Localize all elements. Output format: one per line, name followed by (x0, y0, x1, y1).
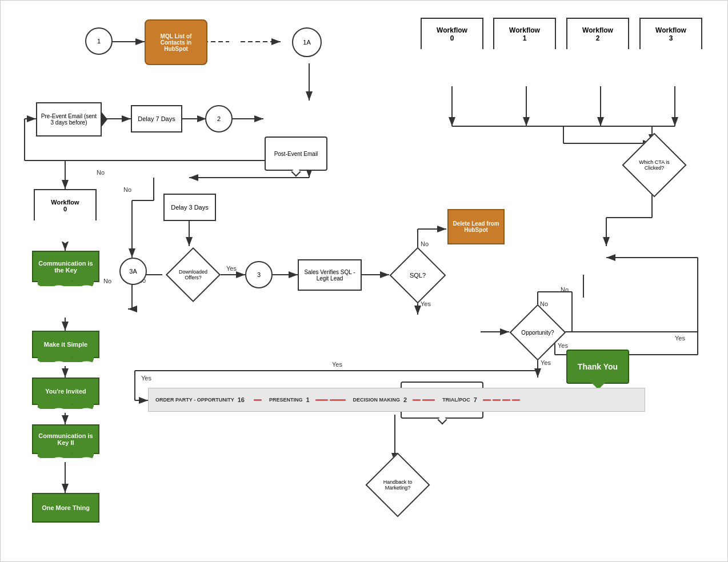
node-3: 3 (245, 261, 273, 288)
delay-3-days: Delay 3 Days (163, 194, 216, 221)
canvas: { "title": "Marketing Workflow Flowchart… (0, 0, 728, 562)
workflow3-top-tri (639, 49, 702, 72)
which-cta-diamond: Which CTA is Clicked? (623, 142, 685, 188)
post-event-email: Post-Event Email (265, 137, 327, 171)
workflow2-top-tri (566, 49, 629, 72)
workflow-0-left: Workflow0 (34, 189, 97, 243)
workflow0-left-tri (34, 220, 97, 243)
pre-event-label: Pre-Event Email (sent 3 days before) (37, 111, 101, 128)
dash1 (254, 399, 262, 401)
workflow1-top-tri (493, 49, 556, 72)
comm-key-banner: Communication is the Key (32, 251, 99, 282)
yes-label-opp: Yes (141, 375, 151, 382)
comm-key2-label: Communication is Key II (33, 432, 98, 446)
pres-count: 1 (306, 396, 309, 403)
delay7-label: Delay 7 Days (138, 115, 175, 122)
delay-7-days: Delay 7 Days (131, 105, 182, 133)
dash4 (413, 399, 421, 401)
workflow-2-top: Workflow2 (566, 18, 629, 72)
workflow3-top-rect: Workflow3 (639, 18, 702, 49)
comm-key-label: Communication is the Key (33, 260, 98, 274)
decision-label: DECISION MAKING (353, 397, 401, 403)
svg-text:Yes: Yes (332, 361, 342, 368)
svg-text:No: No (97, 169, 105, 176)
make-simple-banner: Make it Simple (32, 331, 99, 358)
downloaded-label: Downloaded Offers? (175, 269, 211, 280)
svg-text:No: No (561, 286, 569, 293)
node-2-label: 2 (217, 115, 221, 122)
workflow-3-top: Workflow3 (639, 18, 702, 72)
sql-label: SQL? (410, 272, 426, 279)
dec-count: 2 (403, 396, 407, 403)
thank-you-label: Thank You (578, 362, 618, 371)
dash3 (330, 399, 346, 401)
comm-key2-banner: Communication is Key II (32, 424, 99, 454)
trial-label: TRIAL/POC (442, 397, 470, 403)
svg-text:No: No (103, 278, 111, 284)
sql-diamond: SQL? (389, 255, 446, 295)
post-event-label: Post-Event Email (274, 151, 318, 157)
youre-invited-banner: You're Invited (32, 378, 99, 405)
dash6 (483, 399, 491, 401)
delete-lead-label: Delete Lead from HubSpot (449, 220, 503, 233)
svg-text:No: No (421, 240, 429, 247)
trial-count: 7 (474, 396, 477, 403)
mql-label: MQL List of Contacts in HubSpot (146, 31, 206, 54)
downloaded-offers-diamond: Downloaded Offers? (162, 255, 224, 294)
order-count: 16 (238, 396, 245, 403)
workflow-1-top: Workflow1 (493, 18, 556, 72)
one-more-banner: One More Thing (32, 493, 99, 523)
flow-arrows: No No Yes No Yes No Yes Yes Yes (1, 1, 728, 562)
opportunity-diamond: Opportunity? (509, 312, 566, 352)
handback-label: Handback to Marketing? (376, 479, 419, 491)
node-3a-label: 3A (129, 268, 137, 275)
pre-event-email: Pre-Event Email (sent 3 days before) (36, 102, 102, 137)
workflow1-top-rect: Workflow1 (493, 18, 556, 49)
order-party-label: ORDER PARTY - OPPORTUNITY (155, 397, 234, 403)
make-simple-label: Make it Simple (44, 341, 87, 348)
youre-invited-label: You're Invited (45, 388, 86, 395)
svg-text:Yes: Yes (675, 335, 685, 342)
svg-text:Yes: Yes (541, 359, 551, 366)
workflow2-top-rect: Workflow2 (566, 18, 629, 49)
workflow-0-top: Workflow0 (421, 18, 483, 72)
node-1-label: 1 (97, 38, 101, 45)
svg-text:No: No (123, 186, 131, 193)
sales-verifies-label: Sales Verifies SQL - Legit Lead (299, 269, 361, 282)
node-3a: 3A (119, 258, 147, 285)
dash9 (512, 399, 520, 401)
thank-you-banner: Thank You (566, 350, 629, 384)
handback-diamond: Handback to Marketing? (369, 462, 426, 508)
node-1a: 1A (292, 27, 322, 57)
which-cta-label: Which CTA is Clicked? (633, 159, 676, 171)
presenting-label: PRESENTING (269, 397, 303, 403)
workflow0-top-rect: Workflow0 (421, 18, 483, 49)
svg-text:No: No (540, 300, 548, 307)
svg-text:Yes: Yes (226, 265, 237, 272)
sales-verifies: Sales Verifies SQL - Legit Lead (298, 259, 362, 291)
workflow0-left-rect: Workflow0 (34, 189, 97, 220)
dash5 (422, 399, 435, 401)
dash7 (493, 399, 501, 401)
node-1: 1 (85, 27, 113, 55)
workflow0-top-tri (421, 49, 483, 72)
node-2: 2 (205, 105, 233, 133)
node-3-label: 3 (257, 271, 261, 278)
delete-lead-box: Delete Lead from HubSpot (447, 209, 505, 244)
mql-cylinder: MQL List of Contacts in HubSpot (145, 19, 207, 65)
dash2 (315, 399, 328, 401)
one-more-label: One More Thing (42, 504, 90, 511)
svg-text:Yes: Yes (421, 300, 431, 307)
dash8 (502, 399, 510, 401)
delay3-label: Delay 3 Days (171, 204, 208, 211)
node-1a-label: 1A (303, 39, 310, 46)
opportunity-label: Opportunity? (521, 330, 554, 336)
opportunity-bar: ORDER PARTY - OPPORTUNITY 16 PRESENTING … (148, 388, 645, 412)
